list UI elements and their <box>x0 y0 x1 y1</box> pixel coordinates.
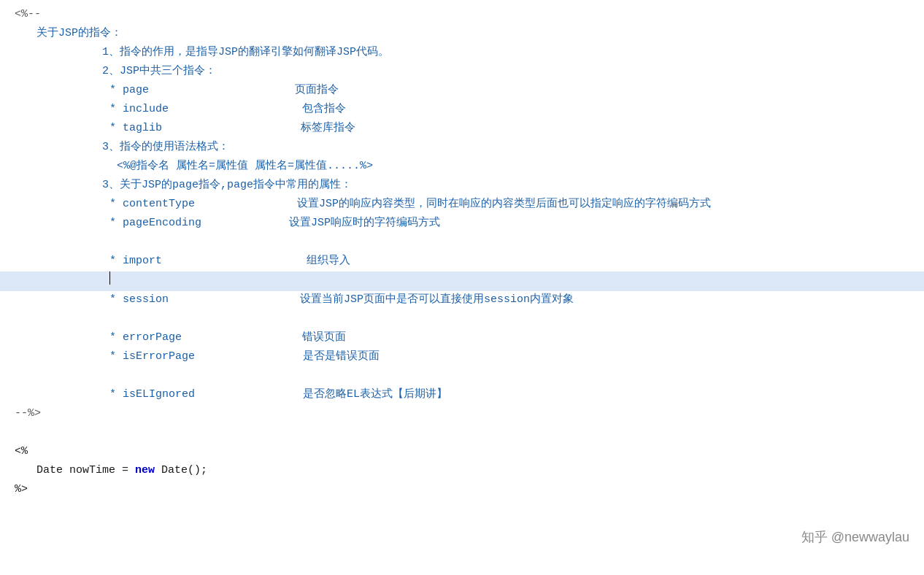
code-text: * session <box>109 291 169 309</box>
code-line: 3、指令的使用语法格式： <box>0 139 924 158</box>
code-line <box>0 234 924 252</box>
code-text: 错误页面 <box>302 329 346 347</box>
code-text: * contentType <box>109 196 195 213</box>
code-text: <%-- <box>15 6 41 23</box>
code-text: * pageEncoding <box>109 215 201 232</box>
text-cursor <box>109 271 110 285</box>
code-text: new <box>135 462 155 479</box>
code-line: * contentType 设置JSP的响应内容类型，同时在响应的内容类型后面也… <box>0 196 924 215</box>
code-line <box>0 367 924 386</box>
code-text: 设置JSP响应时的字符编码方式 <box>289 215 440 232</box>
code-text: * page <box>109 82 149 99</box>
code-text: * include <box>109 101 169 118</box>
code-text: 关于JSP的指令： <box>36 25 122 42</box>
code-line: * include 包含指令 <box>0 101 924 120</box>
code-text: 1、指令的作用，是指导JSP的翻译引擎如何翻译JSP代码。 <box>102 44 389 61</box>
code-line: * isELIgnored 是否忽略EL表达式【后期讲】 <box>0 386 924 405</box>
code-text <box>15 367 21 385</box>
code-text: Date nowTime = <box>36 462 135 479</box>
code-text: * taglib <box>109 120 162 137</box>
code-line <box>0 310 924 329</box>
code-line: * page 页面指令 <box>0 82 924 101</box>
code-line: <% <box>0 443 924 462</box>
code-text: 是否忽略EL表达式【后期讲】 <box>303 386 447 404</box>
code-text: 设置当前JSP页面中是否可以直接使用session内置对象 <box>300 291 574 309</box>
code-text: 3、指令的使用语法格式： <box>102 139 229 156</box>
code-text: * import <box>109 252 162 270</box>
code-text: 2、JSP中共三个指令： <box>102 63 216 80</box>
code-area: <%-- 关于JSP的指令： 1、指令的作用，是指导JSP的翻译引擎如何翻译JS… <box>0 0 924 506</box>
code-line: 1、指令的作用，是指导JSP的翻译引擎如何翻译JSP代码。 <box>0 44 924 63</box>
code-text <box>15 310 21 328</box>
code-text: --%> <box>15 405 41 422</box>
code-text: 组织导入 <box>307 252 350 270</box>
code-text: <%@指令名 属性名=属性值 属性名=属性值.....%> <box>117 158 373 175</box>
code-text: * isErrorPage <box>109 348 195 366</box>
code-line: 2、JSP中共三个指令： <box>0 63 924 82</box>
code-line <box>0 424 924 443</box>
code-line: * import 组织导入 <box>0 252 924 271</box>
code-text: <% <box>15 443 28 460</box>
code-text: %> <box>15 481 28 498</box>
editor: <%-- 关于JSP的指令： 1、指令的作用，是指导JSP的翻译引擎如何翻译JS… <box>0 0 924 575</box>
code-text: 页面指令 <box>295 82 339 99</box>
code-text: 包含指令 <box>302 101 346 118</box>
code-line: 关于JSP的指令： <box>0 25 924 44</box>
code-line: * isErrorPage 是否是错误页面 <box>0 348 924 367</box>
code-line: 3、关于JSP的page指令,page指令中常用的属性： <box>0 177 924 196</box>
code-text: * errorPage <box>109 329 182 347</box>
code-text: Date(); <box>155 462 207 479</box>
watermark: 知乎 @newwaylau <box>801 528 909 546</box>
code-line: <%@指令名 属性名=属性值 属性名=属性值.....%> <box>0 158 924 177</box>
code-text: * isELIgnored <box>109 386 195 404</box>
code-line: * errorPage 错误页面 <box>0 329 924 348</box>
code-line: * session 设置当前JSP页面中是否可以直接使用session内置对象 <box>0 291 924 310</box>
code-text <box>15 424 21 441</box>
code-text: 标签库指令 <box>301 120 355 137</box>
code-line: * pageEncoding 设置JSP响应时的字符编码方式 <box>0 215 924 234</box>
code-line: <%-- <box>0 6 924 25</box>
code-line: --%> <box>0 405 924 424</box>
code-text <box>15 234 21 251</box>
code-text: 设置JSP的响应内容类型，同时在响应的内容类型后面也可以指定响应的字符编码方式 <box>297 196 711 213</box>
code-line: * taglib 标签库指令 <box>0 120 924 139</box>
code-text: 3、关于JSP的page指令,page指令中常用的属性： <box>102 177 352 194</box>
code-line: Date nowTime = new Date(); <box>0 462 924 481</box>
cursor-line[interactable]: ​ <box>0 271 924 291</box>
code-text: 是否是错误页面 <box>303 348 380 366</box>
code-line: %> <box>0 481 924 500</box>
